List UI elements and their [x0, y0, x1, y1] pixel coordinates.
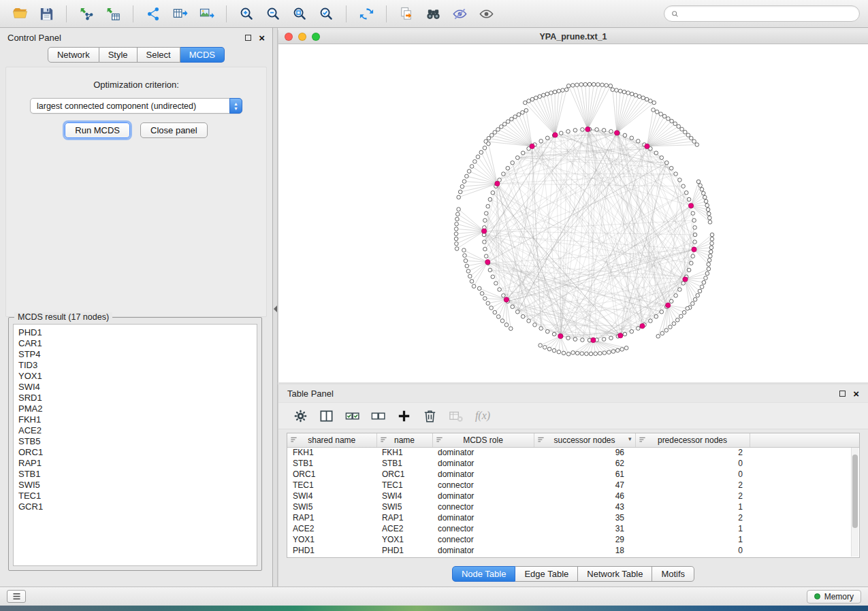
refresh-network-button[interactable] — [355, 3, 378, 24]
table-cell[interactable]: 47 — [534, 480, 635, 491]
table-cell[interactable]: dominator — [432, 447, 534, 458]
show-column-button[interactable] — [315, 406, 337, 426]
table-cell[interactable]: TEC1 — [376, 480, 432, 491]
table-cell[interactable]: connector — [432, 501, 534, 512]
clone-network-button[interactable] — [395, 3, 418, 24]
table-cell[interactable]: 1 — [635, 534, 750, 545]
table-cell[interactable]: SWI5 — [287, 501, 376, 512]
column-header-predecessor-nodes[interactable]: predecessor nodes — [635, 433, 750, 447]
vertical-splitter[interactable] — [273, 28, 278, 587]
search-input[interactable] — [684, 9, 853, 19]
table-cell[interactable]: YOX1 — [376, 534, 432, 545]
table-cell[interactable]: RAP1 — [287, 512, 376, 523]
table-cell[interactable]: STB1 — [287, 458, 376, 469]
close-table-panel-icon[interactable]: × — [853, 389, 859, 399]
mcds-result-item[interactable]: FKH1 — [18, 414, 252, 425]
mcds-result-item[interactable]: TEC1 — [18, 491, 252, 501]
table-cell[interactable]: PHD1 — [376, 545, 432, 556]
table-cell[interactable]: RAP1 — [376, 512, 432, 523]
table-cell[interactable]: dominator — [432, 545, 534, 556]
mcds-result-item[interactable]: ACE2 — [18, 425, 252, 436]
memory-button[interactable]: Memory — [807, 590, 861, 604]
deselect-all-button[interactable] — [367, 406, 389, 426]
mcds-result-item[interactable]: STP4 — [18, 349, 252, 360]
mcds-result-item[interactable]: ORC1 — [18, 447, 252, 458]
show-details-button[interactable] — [475, 3, 498, 24]
table-cell[interactable]: TEC1 — [287, 480, 376, 491]
table-cell[interactable]: ORC1 — [376, 469, 432, 480]
table-cell[interactable]: dominator — [432, 469, 534, 480]
delete-column-button[interactable] — [419, 406, 440, 426]
column-header-successor-nodes[interactable]: successor nodes▾ — [534, 433, 635, 447]
tab-edge-table[interactable]: Edge Table — [515, 566, 578, 582]
run-mcds-button[interactable]: Run MCDS — [65, 122, 130, 138]
mcds-result-item[interactable]: PMA2 — [18, 403, 252, 414]
tab-style[interactable]: Style — [99, 47, 138, 63]
export-image-button[interactable] — [195, 3, 218, 24]
scrollbar-thumb[interactable] — [852, 455, 858, 528]
column-header-name[interactable]: name — [376, 433, 432, 447]
table-row[interactable]: STB1STB1dominator620 — [287, 458, 859, 469]
tab-select[interactable]: Select — [138, 47, 180, 63]
table-cell[interactable]: 2 — [635, 480, 750, 491]
table-cell[interactable]: 1 — [635, 501, 750, 512]
network-graph[interactable] — [278, 44, 868, 382]
table-cell[interactable]: connector — [432, 480, 534, 491]
table-row[interactable]: SWI4SWI4dominator462 — [287, 491, 859, 501]
mcds-result-item[interactable]: PHD1 — [18, 327, 252, 338]
table-row[interactable]: YOX1YOX1connector291 — [287, 534, 859, 545]
mcds-result-item[interactable]: RAP1 — [18, 458, 252, 469]
table-cell[interactable]: ORC1 — [287, 469, 376, 480]
table-cell[interactable]: 2 — [635, 491, 750, 501]
minimize-window-icon[interactable] — [298, 33, 306, 41]
table-cell[interactable]: PHD1 — [287, 545, 376, 556]
close-panel-icon[interactable]: × — [259, 33, 265, 43]
tab-mcds[interactable]: MCDS — [180, 47, 225, 63]
mcds-result-item[interactable]: YOX1 — [18, 371, 252, 382]
import-disabled-button[interactable] — [445, 406, 466, 426]
search-box[interactable] — [664, 5, 860, 22]
table-cell[interactable]: YOX1 — [287, 534, 376, 545]
tab-motifs[interactable]: Motifs — [652, 566, 694, 582]
function-builder-button[interactable]: f(x) — [470, 406, 492, 426]
float-table-panel-icon[interactable] — [839, 391, 846, 397]
table-cell[interactable]: 2 — [635, 512, 750, 523]
mcds-result-item[interactable]: CAR1 — [18, 338, 252, 349]
table-cell[interactable]: 0 — [635, 469, 750, 480]
table-cell[interactable]: FKH1 — [376, 447, 432, 458]
table-cell[interactable]: dominator — [432, 512, 534, 523]
table-cell[interactable]: 96 — [534, 447, 635, 458]
mcds-result-item[interactable]: TID3 — [18, 360, 252, 371]
table-cell[interactable]: 0 — [635, 545, 750, 556]
zoom-selected-button[interactable] — [315, 3, 338, 24]
table-row[interactable]: TEC1TEC1connector472 — [287, 480, 859, 491]
table-cell[interactable]: 43 — [534, 501, 635, 512]
table-cell[interactable]: dominator — [432, 491, 534, 501]
select-all-button[interactable] — [341, 406, 363, 426]
table-cell[interactable]: SWI4 — [287, 491, 376, 501]
table-cell[interactable]: STB1 — [376, 458, 432, 469]
float-panel-icon[interactable] — [245, 35, 251, 41]
settings-gear-button[interactable] — [289, 406, 311, 426]
table-cell[interactable]: 46 — [534, 491, 635, 501]
tab-node-table[interactable]: Node Table — [452, 566, 516, 582]
zoom-out-button[interactable] — [261, 3, 285, 24]
table-cell[interactable]: SWI5 — [376, 501, 432, 512]
import-network-button[interactable] — [75, 3, 98, 24]
export-network-button[interactable] — [142, 3, 165, 24]
table-cell[interactable]: 18 — [534, 545, 635, 556]
column-header-shared-name[interactable]: shared name — [287, 433, 376, 447]
table-row[interactable]: RAP1RAP1dominator352 — [287, 512, 859, 523]
table-cell[interactable]: 61 — [534, 469, 635, 480]
mcds-result-item[interactable]: GCR1 — [18, 501, 252, 512]
table-cell[interactable]: 31 — [534, 523, 635, 534]
table-cell[interactable]: 0 — [635, 458, 750, 469]
table-row[interactable]: SWI5SWI5connector431 — [287, 501, 859, 512]
column-header-mcds-role[interactable]: MCDS role — [432, 433, 534, 447]
mcds-result-item[interactable]: STB5 — [18, 436, 252, 447]
table-cell[interactable]: ACE2 — [376, 523, 432, 534]
table-cell[interactable]: dominator — [432, 458, 534, 469]
table-row[interactable]: ORC1ORC1dominator610 — [287, 469, 859, 480]
tab-network-table[interactable]: Network Table — [578, 566, 652, 582]
task-history-button[interactable] — [7, 590, 26, 603]
